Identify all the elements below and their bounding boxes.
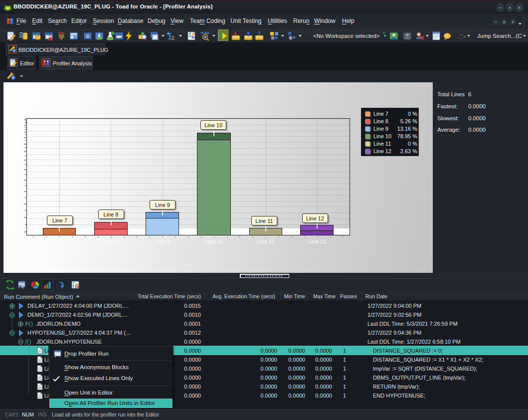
svg-text:SQL: SQL (58, 31, 64, 35)
svg-text:?: ? (258, 31, 261, 36)
svg-text:PLSQL: PLSQL (201, 31, 210, 34)
